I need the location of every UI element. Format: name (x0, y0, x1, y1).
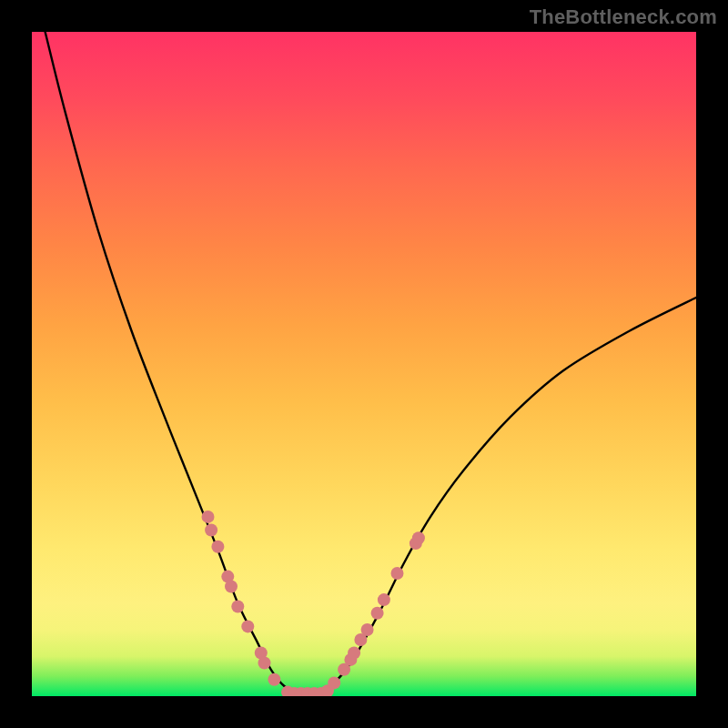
data-marker (205, 524, 217, 537)
data-marker (328, 676, 340, 689)
data-marker (231, 601, 244, 613)
data-marker (268, 673, 280, 686)
data-marker (202, 511, 215, 523)
data-marker (241, 620, 254, 632)
plot-area (32, 32, 696, 696)
watermark-text: TheBottleneck.com (530, 5, 717, 29)
data-marker (348, 647, 360, 660)
chart-frame: TheBottleneck.com (0, 0, 728, 728)
data-marker (225, 581, 238, 593)
data-marker (412, 531, 425, 544)
data-marker (258, 657, 271, 670)
data-marker (211, 541, 224, 553)
curve-layer (32, 32, 696, 696)
data-marker (391, 567, 404, 580)
bottleneck-curve (46, 32, 696, 694)
data-marker (361, 623, 374, 636)
curve-markers (202, 511, 425, 696)
data-marker (371, 607, 384, 620)
data-marker (378, 593, 390, 606)
